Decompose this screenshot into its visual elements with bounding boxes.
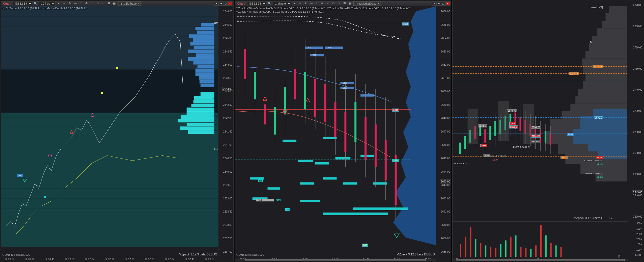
svg-rect-124 xyxy=(602,21,627,29)
svg-rect-116 xyxy=(385,140,387,180)
chart-style-icon[interactable]: ⧉ xyxy=(331,1,336,6)
svg-rect-51 xyxy=(196,53,214,57)
chart-style-icon[interactable]: ⧉ xyxy=(95,1,100,6)
crosshair-icon[interactable]: ✛ xyxy=(84,1,89,6)
undock-button[interactable]: ▾ xyxy=(214,2,219,6)
y-tick: 2643,00 xyxy=(441,184,450,186)
price-badge-2655: 2655 xyxy=(402,22,409,25)
volume-subpanel[interactable]: 350K300K250K200K150K100K50000 xyxy=(453,221,628,257)
y-tick: 2654,00 xyxy=(441,37,450,39)
svg-rect-199 xyxy=(475,239,476,257)
indicator-dropdown[interactable]: =) mzMarketDepth ▾ xyxy=(353,1,381,6)
interval-select[interactable]: 10 Tick xyxy=(39,1,55,6)
y-axis[interactable]: 2656,002655,002654,002653,002652,002651,… xyxy=(436,6,451,257)
undock-button[interactable]: ▾ xyxy=(432,2,436,6)
svg-rect-211 xyxy=(535,245,537,257)
close-button[interactable]: ✕ xyxy=(228,2,232,6)
svg-rect-111 xyxy=(334,102,337,137)
search-icon[interactable]: 🔍 xyxy=(267,1,272,6)
instrument-select[interactable]: ES 12-18 xyxy=(13,1,32,6)
draw-icon[interactable]: ✎ xyxy=(68,1,72,6)
svg-rect-132 xyxy=(583,81,627,89)
y-tick: 2648,00 xyxy=(441,117,450,120)
svg-rect-179 xyxy=(489,126,491,140)
svg-rect-216 xyxy=(561,247,562,257)
svg-rect-64 xyxy=(268,187,280,190)
chart-panel-2: Chart ES 12-18 🔍 1 Minute ▾ ✧ ✎ 〰 ↖ ✛ ⤢ … xyxy=(235,1,451,261)
chart-body-1[interactable]: mzBigTrade(ES 12-18 (10 Tick)), mzMarket… xyxy=(1,6,233,261)
cursor-icon[interactable]: ↖ xyxy=(315,1,319,6)
svg-marker-121 xyxy=(394,234,399,238)
y-tick: 2780,00 xyxy=(633,46,642,49)
svg-rect-201 xyxy=(485,245,486,257)
x-tick: 12:07:12 xyxy=(105,258,115,261)
y-tick: 2644,50 xyxy=(223,50,232,53)
y-tick: 2700,00 xyxy=(633,130,642,133)
x-tick: 12:06:59 xyxy=(65,258,74,261)
chart-body-3[interactable]: Weekly[1] Monthly[1] xyxy=(453,1,643,261)
props-icon[interactable]: ☰ xyxy=(342,1,347,6)
svg-rect-203 xyxy=(495,248,496,257)
minimize-button[interactable]: ━ xyxy=(436,2,441,6)
svg-rect-1 xyxy=(1,70,218,113)
svg-rect-41 xyxy=(180,126,214,130)
databox-icon[interactable]: ▦ xyxy=(348,1,352,6)
close-button[interactable]: ✕ xyxy=(445,2,450,6)
heatmap-layer xyxy=(1,6,218,247)
y-tick: 2646,00 xyxy=(441,143,450,146)
chart-panel-3: Weekly[1] Monthly[1] xyxy=(452,1,643,261)
props-icon[interactable]: ☰ xyxy=(106,1,111,6)
svg-rect-122 xyxy=(609,6,627,13)
svg-rect-185 xyxy=(519,117,521,131)
maximize-button[interactable]: ▢ xyxy=(223,2,228,6)
chevron-down-icon[interactable]: ▾ xyxy=(57,1,61,6)
interval-select[interactable]: 1 Minute xyxy=(273,1,291,6)
indicators-icon[interactable]: ∿ xyxy=(337,1,341,6)
cursor-icon[interactable]: ↖ xyxy=(79,1,83,6)
annot: -13,9K xyxy=(492,159,498,161)
svg-rect-55 xyxy=(195,69,214,72)
wand-icon[interactable]: ✧ xyxy=(62,1,67,6)
maximize-button[interactable]: ▢ xyxy=(441,2,445,6)
svg-rect-190 xyxy=(545,131,546,143)
svg-rect-104 xyxy=(264,104,266,125)
h-scrollbar[interactable] xyxy=(453,259,628,261)
y-axis[interactable]: 2646,002645,502645,002644,502644,002643,… xyxy=(218,6,233,257)
minimize-button[interactable]: ━ xyxy=(219,2,223,6)
svg-rect-52 xyxy=(188,57,214,61)
y-tick: 150K xyxy=(636,243,642,246)
ruler-icon[interactable]: 〰 xyxy=(309,1,314,6)
y-axis[interactable]: 2820,002800,002780,002760,002740,002720,… xyxy=(628,1,643,221)
zoom-icon[interactable]: ⤢ xyxy=(90,1,94,6)
x-axis[interactable]: 12:06:1912:06:3212:06:4612:06:5912:07:04… xyxy=(1,257,218,261)
instrument-select[interactable]: ES 12-18 xyxy=(247,1,266,6)
zoom-icon[interactable]: ⤢ xyxy=(326,1,330,6)
chart-body-2[interactable]: MZpack.NT8.mzVolumeProfile 3.12.3 beta D… xyxy=(235,6,451,261)
wand-icon[interactable]: ✧ xyxy=(298,1,302,6)
y-tick: 2639,50 xyxy=(223,184,232,186)
svg-rect-69 xyxy=(300,200,320,202)
svg-rect-144 xyxy=(580,116,627,129)
databox-icon[interactable]: ▦ xyxy=(112,1,117,6)
y-tick: 2645,00 xyxy=(441,157,450,160)
search-icon[interactable]: 🔍 xyxy=(33,1,38,6)
crosshair-icon[interactable]: ✛ xyxy=(320,1,325,6)
svg-rect-117 xyxy=(395,155,397,205)
indicator-dropdown[interactable]: =) mzBigTrade ▾ xyxy=(118,1,141,6)
svg-rect-130 xyxy=(583,66,627,74)
x-tick: 12:07:25 xyxy=(145,258,154,261)
svg-rect-31 xyxy=(44,196,46,198)
price-badge: 2655 xyxy=(567,133,574,136)
svg-rect-48 xyxy=(190,42,214,45)
price-layer xyxy=(235,6,436,245)
h-scrollbar[interactable] xyxy=(235,259,436,261)
price-badge: 2663,5 xyxy=(478,124,487,127)
ruler-icon[interactable]: 〰 xyxy=(73,1,78,6)
y-tick: 2644,00 xyxy=(223,63,232,66)
svg-rect-68 xyxy=(300,182,314,185)
indicators-icon[interactable]: ∿ xyxy=(101,1,105,6)
chevron-down-icon[interactable]: ▾ xyxy=(292,1,297,6)
svg-rect-200 xyxy=(480,243,481,257)
ladder-bottom: 1424 xyxy=(212,148,218,150)
draw-icon[interactable]: ✎ xyxy=(303,1,308,6)
